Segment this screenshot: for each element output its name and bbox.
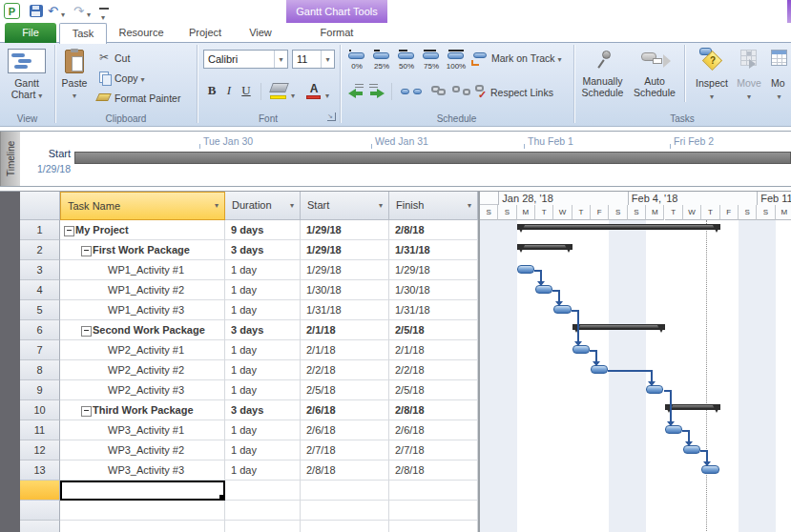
row-number-5[interactable]: 5 (20, 300, 60, 320)
start-cell[interactable] (301, 501, 389, 521)
gantt-chart-button[interactable]: Gantt (0, 77, 53, 89)
selection-fill-handle[interactable] (219, 494, 225, 501)
duration-cell[interactable]: 3 days (225, 320, 301, 340)
tab-file[interactable]: File (5, 23, 56, 43)
tab-task[interactable]: Task (59, 23, 107, 44)
font-color-caret-icon[interactable] (325, 89, 329, 100)
split-task-icon[interactable] (401, 87, 424, 96)
tab-resource[interactable]: Resource (110, 23, 173, 43)
finish-cell[interactable]: 1/31/18 (389, 240, 478, 260)
finish-cell[interactable] (389, 521, 478, 532)
redo-caret-icon[interactable] (87, 6, 91, 22)
duration-cell[interactable]: 1 day (225, 280, 301, 300)
row-number-6[interactable]: 6 (20, 320, 60, 340)
column-header-finish[interactable]: Finish (389, 192, 478, 220)
finish-cell[interactable]: 1/31/18 (389, 300, 478, 320)
duration-cell[interactable]: 1 day (225, 380, 301, 400)
font-dialog-launcher-icon[interactable]: ↘ (327, 113, 336, 121)
finish-cell[interactable]: 1/30/18 (389, 280, 478, 300)
finish-cell[interactable]: 2/8/18 (389, 220, 478, 240)
manually-schedule-button-line2[interactable]: Schedule (576, 87, 629, 98)
task-name-cell-12[interactable]: WP3_Activity #2 (60, 440, 225, 460)
row-number-9[interactable]: 9 (20, 380, 60, 400)
font-name-combobox[interactable]: Calibri (203, 50, 288, 69)
tab-project[interactable]: Project (177, 23, 233, 43)
paste-icon[interactable] (65, 50, 84, 73)
copy-button[interactable]: Copy (114, 72, 144, 84)
finish-cell[interactable]: 2/7/18 (389, 440, 478, 460)
unlink-tasks-icon[interactable] (452, 86, 460, 92)
format-painter-icon[interactable] (95, 93, 112, 101)
task-name-cell-7[interactable]: WP2_Activity #1 (60, 340, 225, 360)
font-color-swatch[interactable] (306, 95, 321, 99)
outdent-task-icon[interactable] (347, 83, 364, 98)
start-cell[interactable]: 2/1/18 (301, 340, 389, 360)
row-number-15[interactable] (20, 501, 60, 521)
task-bar-row-5[interactable] (553, 305, 571, 314)
duration-cell[interactable]: 9 days (225, 220, 301, 240)
tab-view[interactable]: View (237, 23, 284, 43)
undo-caret-icon[interactable] (61, 6, 65, 22)
start-cell[interactable]: 2/1/18 (301, 320, 389, 340)
task-name-cell[interactable] (60, 481, 225, 501)
mark-on-track-button[interactable]: Mark on Track (491, 52, 561, 64)
duration-cell[interactable]: 3 days (225, 240, 301, 260)
move-icon[interactable] (740, 50, 757, 66)
undo-icon[interactable]: ↶ (48, 3, 58, 19)
start-cell[interactable]: 2/5/18 (301, 380, 389, 400)
task-name-cell-4[interactable]: WP1_Activity #2 (60, 280, 225, 300)
task-bar-row-4[interactable] (535, 285, 552, 294)
collapse-toggle-icon[interactable] (81, 326, 92, 337)
duration-cell[interactable] (225, 481, 301, 501)
task-bar-row-9[interactable] (646, 385, 663, 394)
duration-cell[interactable] (225, 521, 301, 532)
row-number-1[interactable]: 1 (20, 220, 60, 240)
auto-schedule-button[interactable]: Auto (630, 75, 679, 87)
gantt-chart-view-icon[interactable] (8, 49, 46, 73)
background-color-caret-icon[interactable] (291, 89, 295, 100)
start-cell[interactable]: 1/30/18 (301, 280, 389, 300)
move-caret-icon[interactable] (735, 90, 763, 101)
duration-cell[interactable]: 1 day (225, 420, 301, 440)
finish-cell[interactable] (389, 501, 478, 521)
manually-schedule-icon[interactable] (596, 51, 614, 72)
redo-icon[interactable]: ↷ (73, 3, 84, 19)
italic-button[interactable]: I (221, 83, 237, 98)
start-cell[interactable]: 1/29/18 (301, 220, 389, 240)
mode-caret-icon[interactable] (767, 90, 791, 101)
start-cell[interactable]: 1/31/18 (301, 300, 389, 320)
auto-schedule-button-line2[interactable]: Schedule (630, 87, 679, 98)
finish-cell[interactable]: 2/8/18 (389, 460, 478, 481)
start-cell[interactable]: 2/2/18 (301, 360, 389, 380)
tab-format[interactable]: Format (286, 23, 387, 43)
summary-bar-row-1[interactable] (517, 224, 720, 230)
task-name-cell-6[interactable]: Second Work Package (60, 320, 225, 340)
percent-complete-button-25[interactable]: 25% (370, 48, 393, 78)
auto-schedule-icon[interactable] (641, 51, 670, 72)
row-number-7[interactable]: 7 (20, 340, 60, 360)
copy-icon[interactable] (99, 72, 109, 83)
font-size-combobox[interactable]: 11 (292, 50, 335, 69)
finish-cell[interactable] (389, 481, 478, 501)
start-cell[interactable] (301, 481, 389, 501)
row-number-11[interactable]: 11 (20, 420, 60, 440)
duration-cell[interactable]: 1 day (225, 340, 301, 360)
column-header-task-name[interactable]: Task Name (60, 192, 225, 220)
column-header-start[interactable]: Start (301, 192, 389, 220)
start-cell[interactable]: 2/6/18 (301, 420, 389, 440)
start-cell[interactable]: 1/29/18 (301, 260, 389, 280)
background-color-icon[interactable] (269, 83, 289, 92)
bold-button[interactable]: B (204, 83, 219, 98)
start-cell[interactable]: 2/7/18 (301, 440, 389, 460)
percent-complete-button-100[interactable]: 100% (445, 48, 468, 78)
row-number-4[interactable]: 4 (20, 280, 60, 300)
inspect-caret-icon[interactable] (689, 90, 735, 101)
start-cell[interactable]: 2/8/18 (301, 460, 389, 481)
duration-cell[interactable]: 1 day (225, 440, 301, 460)
summary-bar-row-6[interactable] (572, 324, 665, 330)
finish-cell[interactable]: 2/6/18 (389, 420, 478, 440)
duration-cell[interactable] (225, 501, 301, 521)
percent-complete-button-0[interactable]: 0% (345, 48, 368, 78)
duration-cell[interactable]: 1 day (225, 300, 301, 320)
percent-complete-button-75[interactable]: 75% (420, 48, 443, 78)
